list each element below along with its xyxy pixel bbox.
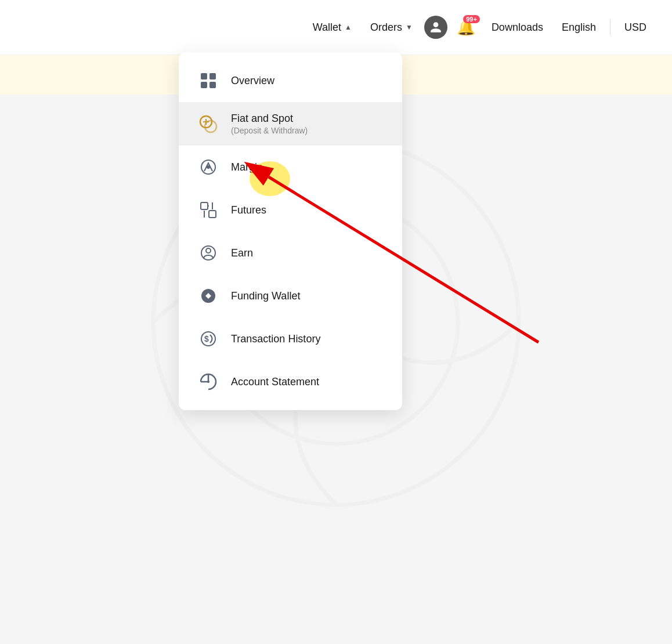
usd-label: USD bbox=[624, 21, 646, 34]
language-nav-item[interactable]: English bbox=[555, 17, 603, 38]
margin-label: Margin bbox=[231, 161, 263, 173]
svg-text:$: $ bbox=[204, 334, 209, 343]
notification-badge: 99+ bbox=[463, 15, 480, 23]
orders-chevron-icon: ▼ bbox=[406, 23, 413, 31]
top-nav: Wallet ▲ Orders ▼ 🔔 99+ Downloads Englis… bbox=[0, 0, 672, 55]
fiat-spot-icon bbox=[197, 113, 219, 135]
menu-item-margin[interactable]: Margin bbox=[179, 146, 402, 189]
overview-text: Overview bbox=[231, 75, 274, 87]
earn-text: Earn bbox=[231, 247, 253, 259]
futures-icon bbox=[197, 199, 219, 221]
futures-label: Futures bbox=[231, 204, 266, 216]
svg-rect-11 bbox=[201, 202, 208, 209]
account-statement-label: Account Statement bbox=[231, 376, 319, 388]
svg-point-18 bbox=[207, 381, 209, 383]
menu-item-futures[interactable]: Futures bbox=[179, 189, 402, 231]
fiat-spot-label: Fiat and Spot bbox=[231, 113, 308, 125]
funding-wallet-label: Funding Wallet bbox=[231, 290, 300, 302]
nav-divider bbox=[610, 19, 610, 35]
funding-wallet-icon bbox=[197, 285, 219, 307]
notification-bell[interactable]: 🔔 99+ bbox=[452, 14, 480, 41]
menu-item-account-statement[interactable]: Account Statement bbox=[179, 360, 402, 403]
fiat-spot-sublabel: (Deposit & Withdraw) bbox=[231, 126, 308, 135]
downloads-nav-item[interactable]: Downloads bbox=[485, 17, 550, 38]
downloads-label: Downloads bbox=[492, 21, 543, 34]
english-label: English bbox=[562, 21, 596, 34]
menu-item-earn[interactable]: Earn bbox=[179, 231, 402, 274]
funding-wallet-text: Funding Wallet bbox=[231, 290, 300, 302]
transaction-history-label: Transaction History bbox=[231, 333, 320, 345]
avatar[interactable] bbox=[424, 16, 447, 39]
orders-label: Orders bbox=[370, 21, 402, 34]
margin-text: Margin bbox=[231, 161, 263, 173]
svg-rect-12 bbox=[209, 211, 216, 218]
orders-nav-item[interactable]: Orders ▼ bbox=[363, 17, 420, 38]
svg-point-10 bbox=[207, 165, 210, 169]
wallet-dropdown-menu: Overview Fiat and Spot (Deposit & Withdr… bbox=[179, 52, 402, 410]
menu-item-funding-wallet[interactable]: Funding Wallet bbox=[179, 274, 402, 317]
account-statement-icon bbox=[197, 371, 219, 393]
wallet-nav-item[interactable]: Wallet ▲ bbox=[306, 17, 359, 38]
currency-nav-item[interactable]: USD bbox=[617, 17, 653, 38]
account-statement-text: Account Statement bbox=[231, 376, 319, 388]
grid-icon bbox=[197, 70, 219, 92]
earn-label: Earn bbox=[231, 247, 253, 259]
menu-item-overview[interactable]: Overview bbox=[179, 59, 402, 102]
svg-rect-6 bbox=[209, 82, 216, 88]
svg-point-14 bbox=[206, 248, 211, 253]
overview-label: Overview bbox=[231, 75, 274, 87]
wallet-chevron-icon: ▲ bbox=[345, 23, 352, 31]
fiat-spot-text: Fiat and Spot (Deposit & Withdraw) bbox=[231, 113, 308, 135]
transaction-history-text: Transaction History bbox=[231, 333, 320, 345]
transaction-history-icon: $ bbox=[197, 328, 219, 350]
svg-rect-4 bbox=[209, 73, 216, 79]
earn-icon bbox=[197, 242, 219, 264]
futures-text: Futures bbox=[231, 204, 266, 216]
svg-rect-3 bbox=[201, 73, 207, 79]
svg-rect-5 bbox=[201, 82, 207, 88]
wallet-label: Wallet bbox=[313, 21, 341, 34]
menu-item-transaction-history[interactable]: $ Transaction History bbox=[179, 317, 402, 360]
margin-icon bbox=[197, 156, 219, 178]
menu-item-fiat-spot[interactable]: Fiat and Spot (Deposit & Withdraw) bbox=[179, 102, 402, 146]
